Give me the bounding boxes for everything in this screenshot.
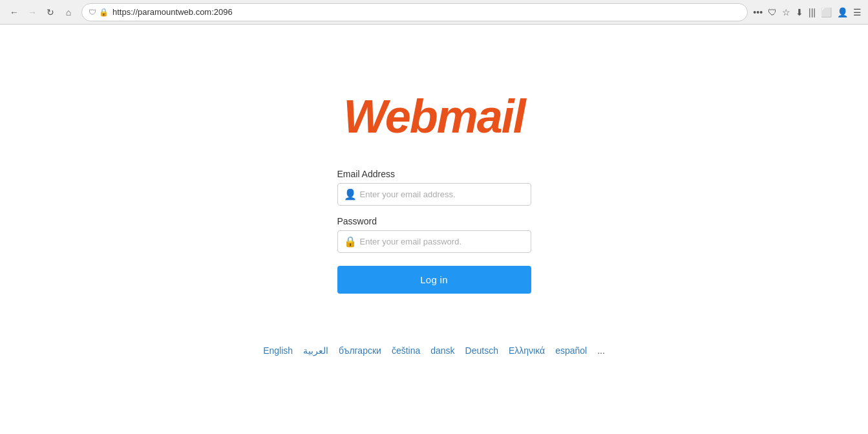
- logo-container: Webmail: [343, 90, 525, 143]
- account-icon[interactable]: 👤: [837, 7, 848, 17]
- email-label: Email Address: [337, 169, 531, 179]
- language-item-español[interactable]: español: [555, 345, 587, 356]
- page-content: Webmail Email Address 👤 Password 🔒 Log i…: [0, 25, 868, 434]
- language-bar: EnglishالعربيةбългарскиčeštinadanskDeuts…: [250, 332, 618, 369]
- browser-toolbar: ← → ↻ ⌂ 🛡 🔒 https://paramountweb.com:209…: [0, 0, 868, 25]
- language-item-Deutsch[interactable]: Deutsch: [465, 345, 498, 356]
- password-input[interactable]: [337, 230, 531, 253]
- lock-icon: 🔒: [99, 8, 109, 17]
- login-button[interactable]: Log in: [337, 266, 531, 294]
- language-item-čeština[interactable]: čeština: [392, 345, 420, 356]
- language-item-Ελληνικά[interactable]: Ελληνικά: [509, 345, 545, 356]
- language-item-dansk[interactable]: dansk: [430, 345, 454, 356]
- menu-icon[interactable]: ☰: [853, 7, 862, 17]
- user-icon: 👤: [344, 188, 357, 201]
- password-input-wrapper: 🔒: [337, 230, 531, 253]
- language-item-български[interactable]: български: [339, 345, 381, 356]
- nav-buttons: ← → ↻ ⌂: [6, 5, 76, 20]
- email-group: Email Address 👤: [337, 169, 531, 206]
- password-label: Password: [337, 216, 531, 226]
- url-display: https://paramountweb.com:2096: [112, 7, 741, 17]
- bookmark-icon[interactable]: ☆: [782, 7, 790, 17]
- library-icon[interactable]: |||: [809, 7, 816, 17]
- address-bar-icons: 🛡 🔒: [89, 8, 109, 17]
- logo-text: Webmail: [343, 90, 525, 143]
- language-item-English[interactable]: English: [263, 345, 293, 356]
- email-input[interactable]: [337, 183, 531, 206]
- shield-icon: 🛡: [89, 8, 96, 17]
- browser-right-icons: ••• 🛡 ☆ ⬇ ||| ⬜ 👤 ☰: [753, 7, 862, 17]
- language-item-العربية[interactable]: العربية: [303, 345, 328, 356]
- download-icon[interactable]: ⬇: [796, 7, 803, 17]
- more-icon[interactable]: •••: [753, 7, 763, 17]
- address-bar[interactable]: 🛡 🔒 https://paramountweb.com:2096: [81, 3, 748, 21]
- login-form: Email Address 👤 Password 🔒 Log in: [337, 169, 531, 294]
- lock-field-icon: 🔒: [344, 235, 357, 248]
- home-button[interactable]: ⌂: [61, 5, 76, 20]
- email-input-wrapper: 👤: [337, 183, 531, 206]
- password-group: Password 🔒: [337, 216, 531, 253]
- language-more[interactable]: ...: [597, 345, 605, 356]
- synced-tabs-icon[interactable]: ⬜: [821, 7, 832, 17]
- pocket-icon[interactable]: 🛡: [768, 7, 777, 17]
- back-button[interactable]: ←: [6, 5, 22, 20]
- reload-button[interactable]: ↻: [43, 5, 58, 20]
- forward-button[interactable]: →: [25, 5, 40, 20]
